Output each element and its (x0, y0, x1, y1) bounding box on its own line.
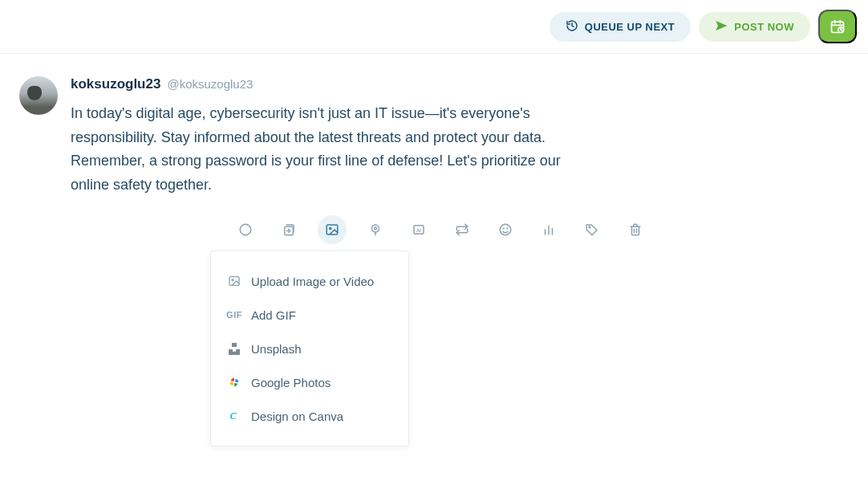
svg-point-17 (503, 228, 504, 229)
canva-label: Design on Canva (251, 410, 343, 423)
svg-point-18 (507, 228, 508, 229)
emoji-icon[interactable] (491, 215, 520, 244)
svg-text:C: C (230, 410, 237, 422)
queue-label: QUEUE UP NEXT (585, 21, 675, 33)
send-icon (715, 19, 728, 35)
svg-point-26 (232, 279, 233, 281)
upload-label: Upload Image or Video (251, 275, 374, 288)
top-bar: QUEUE UP NEXT POST NOW (0, 0, 868, 54)
svg-rect-9 (327, 225, 338, 234)
user-line: koksuzoglu23 @koksuzoglu23 (71, 76, 849, 92)
svg-point-11 (372, 225, 379, 232)
image-icon (227, 274, 241, 288)
gif-icon: GIF (227, 308, 241, 322)
post-now-button[interactable]: POST NOW (699, 12, 810, 42)
gphotos-label: Google Photos (251, 376, 331, 389)
image-icon[interactable] (318, 215, 347, 244)
svg-point-16 (500, 224, 511, 235)
gif-label: Add GIF (251, 308, 296, 322)
canva-item[interactable]: C Design on Canva (211, 399, 408, 433)
svg-point-10 (330, 227, 331, 229)
circle-icon[interactable] (231, 215, 260, 244)
location-icon[interactable] (361, 215, 390, 244)
media-dropdown: Upload Image or Video GIF Add GIF Unspla… (210, 251, 409, 446)
svg-text:AI: AI (416, 228, 421, 233)
unsplash-item[interactable]: Unsplash (211, 332, 408, 365)
svg-point-5 (240, 224, 251, 235)
tag-icon[interactable] (578, 215, 606, 244)
post-text[interactable]: In today's digital age, cybersecurity is… (71, 102, 600, 198)
add-gif-item[interactable]: GIF Add GIF (211, 298, 408, 332)
canva-icon: C (227, 409, 241, 423)
schedule-button[interactable] (818, 10, 857, 43)
unsplash-icon (227, 341, 241, 356)
trash-icon[interactable] (621, 215, 650, 244)
compose-toolbar: AI (231, 215, 849, 244)
calendar-icon (829, 18, 846, 35)
avatar (19, 76, 58, 115)
svg-point-22 (589, 226, 590, 228)
ai-icon[interactable]: AI (404, 215, 433, 244)
composer: koksuzoglu23 @koksuzoglu23 In today's di… (0, 54, 868, 244)
retweet-icon[interactable] (448, 215, 477, 244)
google-photos-item[interactable]: Google Photos (211, 365, 408, 399)
composer-main: koksuzoglu23 @koksuzoglu23 In today's di… (71, 76, 849, 244)
history-icon (566, 19, 578, 35)
handle: @koksuzoglu23 (167, 77, 253, 91)
queue-up-next-button[interactable]: QUEUE UP NEXT (550, 12, 691, 42)
add-collection-icon[interactable] (274, 215, 303, 244)
google-photos-icon (227, 375, 241, 389)
poll-icon[interactable] (534, 215, 563, 244)
post-label: POST NOW (734, 21, 794, 33)
display-name: koksuzoglu23 (71, 76, 160, 92)
svg-rect-25 (229, 277, 239, 286)
svg-point-12 (375, 227, 377, 230)
upload-image-item[interactable]: Upload Image or Video (211, 264, 408, 298)
unsplash-label: Unsplash (251, 342, 302, 356)
